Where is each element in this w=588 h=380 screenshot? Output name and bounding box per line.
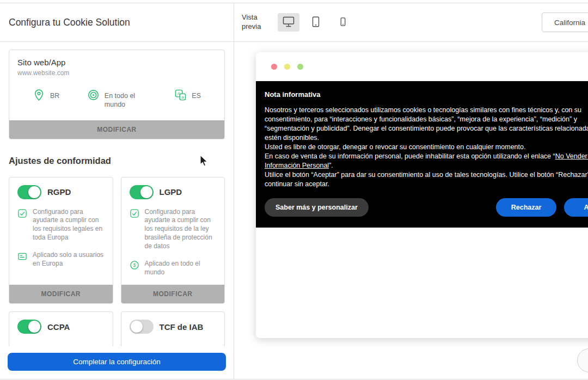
rgpd-card-content: RGPD Configurado para ayudarte a cumplir… bbox=[9, 177, 113, 277]
tcf-toggle-row: TCF de IAB bbox=[130, 320, 217, 334]
rgpd-toggle-row: RGPD bbox=[17, 185, 105, 199]
browser-titlebar bbox=[256, 52, 588, 81]
sidebar-body: Sito web/App www.website.com BR bbox=[0, 42, 234, 379]
lgpd-item-2: $ Aplicado en todo el mundo bbox=[130, 260, 217, 277]
window-dot-red bbox=[271, 64, 277, 70]
accept-button[interactable]: Aceptar bbox=[564, 198, 588, 217]
scope-badge-label: En todo el mundo bbox=[105, 89, 147, 109]
check-badge-icon bbox=[17, 208, 27, 243]
language-badge-label: ES bbox=[192, 89, 201, 100]
ccpa-toggle-row: CCPA bbox=[17, 320, 105, 334]
svg-text:A: A bbox=[177, 91, 181, 96]
banner-text-line: “segmentación y publicidad”. Denegar el … bbox=[265, 124, 588, 133]
lgpd-toggle[interactable] bbox=[130, 185, 154, 199]
lgpd-item-2-text: Aplicado en todo el mundo bbox=[145, 260, 217, 277]
ccpa-toggle[interactable] bbox=[17, 320, 41, 334]
country-badge-label: BR bbox=[50, 89, 59, 100]
desktop-icon bbox=[282, 15, 295, 30]
preview-label: Vista previa bbox=[242, 13, 269, 32]
map-pin-icon bbox=[33, 89, 45, 103]
translate-icon: A a bbox=[174, 89, 187, 103]
customize-button[interactable]: Saber más y personalizar bbox=[265, 198, 369, 217]
cookie-banner: Nota informativa Nosotros y terceros sel… bbox=[256, 81, 588, 228]
rgpd-item-1: Configurado para ayudarte a cumplir con … bbox=[17, 208, 105, 243]
tcf-label: TCF de IAB bbox=[160, 322, 204, 332]
preview-toolbar: Vista previa bbox=[234, 3, 588, 42]
compliance-heading: Ajustes de conformidad bbox=[9, 156, 225, 166]
lgpd-modify-button[interactable]: MODIFICAR bbox=[121, 285, 225, 303]
id-card-icon bbox=[17, 251, 27, 268]
site-card: Sito web/App www.website.com BR bbox=[9, 50, 225, 139]
banner-optout-line-2: Información Personal”. bbox=[265, 161, 588, 170]
site-modify-button[interactable]: MODIFICAR bbox=[9, 120, 224, 139]
banner-text-line: Usted es libre de otorgar, denegar o rev… bbox=[265, 143, 588, 152]
site-url: www.website.com bbox=[17, 69, 216, 77]
svg-text:$: $ bbox=[133, 263, 136, 268]
lgpd-item-1: Configurado para ayudarte a cumplir con … bbox=[130, 208, 217, 252]
tcf-toggle[interactable] bbox=[130, 320, 154, 334]
check-badge-icon bbox=[130, 208, 139, 252]
banner-text-line: Utilice el botón “Aceptar” para dar su c… bbox=[265, 170, 588, 180]
ccpa-label: CCPA bbox=[47, 322, 70, 332]
mockup-page-body bbox=[256, 228, 588, 338]
rgpd-label: RGPD bbox=[47, 187, 71, 197]
lgpd-card-content: LGPD Configurado para ayudarte a cumplir… bbox=[121, 177, 225, 285]
rgpd-modify-button[interactable]: MODIFICAR bbox=[9, 285, 113, 303]
page-title: Configura tu Cookie Solution bbox=[9, 17, 130, 28]
preview-panel: Vista previa bbox=[234, 3, 588, 379]
rgpd-item-2-text: Aplicado solo a usuarios en Europa bbox=[33, 251, 105, 268]
rgpd-item-1-text: Configurado para ayudarte a cumplir con … bbox=[33, 208, 105, 243]
device-mobile-button[interactable] bbox=[332, 13, 354, 32]
banner-optout-prefix: En caso de venta de su información perso… bbox=[265, 152, 555, 160]
banner-text-line: estén disponibles. bbox=[265, 133, 588, 143]
site-card-title: Sito web/App bbox=[17, 58, 216, 67]
compliance-cards-row1: RGPD Configurado para ayudarte a cumplir… bbox=[9, 177, 225, 304]
preview-area: Nota informativa Nosotros y terceros sel… bbox=[234, 42, 588, 379]
device-tablet-button[interactable] bbox=[305, 13, 327, 32]
lgpd-label: LGPD bbox=[160, 187, 182, 197]
site-card-content: Sito web/App www.website.com BR bbox=[9, 50, 224, 120]
rgpd-item-2: Aplicado solo a usuarios en Europa bbox=[17, 251, 105, 268]
banner-title: Nota informativa bbox=[265, 90, 588, 99]
config-sidebar: Configura tu Cookie Solution Sito web/Ap… bbox=[0, 3, 234, 379]
rgpd-toggle[interactable] bbox=[17, 185, 41, 199]
tablet-icon bbox=[310, 16, 322, 29]
banner-text-line: continuar sin aceptar. bbox=[265, 180, 588, 189]
do-not-sell-link[interactable]: No Vender mi bbox=[555, 152, 588, 160]
window-dot-green bbox=[297, 64, 303, 70]
lgpd-card: LGPD Configurado para ayudarte a cumplir… bbox=[121, 177, 225, 304]
cookie-solution-app: Configura tu Cookie Solution Sito web/Ap… bbox=[0, 3, 588, 379]
complete-configuration-button[interactable]: Completar la configuración bbox=[8, 353, 226, 371]
lgpd-toggle-row: LGPD bbox=[130, 185, 217, 199]
banner-text-line: consentimiento, para “interacciones y fu… bbox=[265, 115, 588, 124]
svg-text:a: a bbox=[182, 95, 185, 100]
banner-text-line: Nosotros y terceros seleccionados utiliz… bbox=[265, 106, 588, 115]
language-badge: A a ES bbox=[174, 89, 201, 109]
mobile-icon bbox=[338, 16, 348, 29]
target-icon bbox=[87, 89, 100, 103]
dollar-circle-icon: $ bbox=[130, 260, 139, 277]
do-not-sell-link[interactable]: Información Personal bbox=[265, 162, 329, 169]
sidebar-footer: Completar la configuración bbox=[0, 346, 234, 379]
lgpd-item-1-text: Configurado para ayudarte a cumplir con … bbox=[145, 208, 217, 252]
rgpd-card: RGPD Configurado para ayudarte a cumplir… bbox=[9, 177, 113, 304]
device-desktop-button[interactable] bbox=[278, 13, 299, 32]
window-dot-yellow bbox=[284, 64, 290, 70]
country-badge: BR bbox=[33, 89, 59, 109]
scope-badge: En todo el mundo bbox=[87, 89, 147, 109]
privacy-widget-button[interactable] bbox=[577, 348, 588, 372]
site-badges: BR En todo el mundo bbox=[17, 89, 216, 113]
banner-optout-suffix: ”. bbox=[329, 162, 333, 169]
banner-buttons: Saber más y personalizar Rechazar Acepta… bbox=[265, 198, 588, 217]
sidebar-header: Configura tu Cookie Solution bbox=[0, 3, 234, 42]
banner-optout-line: En caso de venta de su información perso… bbox=[265, 152, 588, 161]
region-selector-button[interactable]: California bbox=[542, 13, 588, 32]
reject-button[interactable]: Rechazar bbox=[496, 198, 557, 217]
browser-mockup: Nota informativa Nosotros y terceros sel… bbox=[256, 52, 588, 338]
